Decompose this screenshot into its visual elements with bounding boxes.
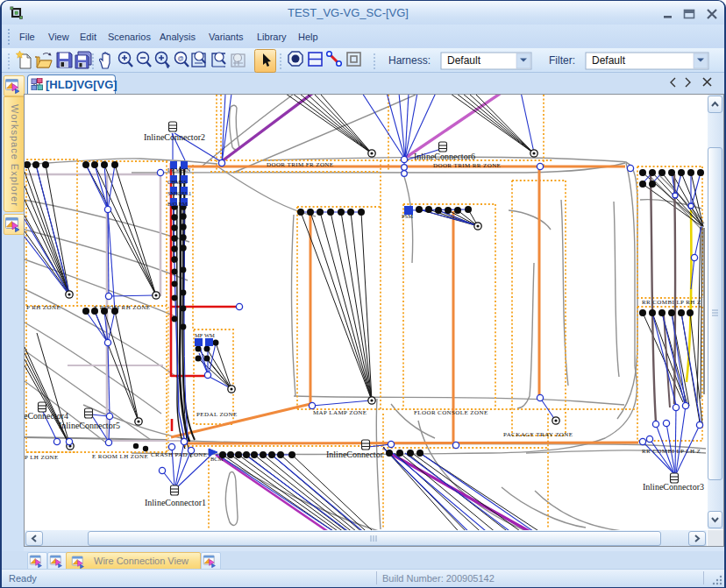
svg-text:MAP LAMP ZONE: MAP LAMP ZONE — [313, 409, 367, 416]
svg-text:PSM: PSM — [402, 213, 413, 219]
svg-text:InlineConnector5: InlineConnector5 — [59, 421, 120, 430]
svg-text:B/O RM: B/O RM — [167, 201, 188, 207]
svg-text:Default: Default — [447, 54, 481, 67]
svg-text:InlineConnector: InlineConnector — [326, 450, 384, 459]
svg-text:CHMSS: CHMSS — [167, 179, 187, 185]
svg-text:DOOR TRIM RR ZONE: DOOR TRIM RR ZONE — [433, 162, 501, 169]
svg-text:RR COMBI LP LH Z: RR COMBI LP LH Z — [642, 448, 701, 455]
svg-text:InlineConnector3: InlineConnector3 — [643, 482, 704, 492]
svg-text:FLOOR CONSOLE ZONE: FLOOR CONSOLE ZONE — [414, 409, 488, 416]
svg-text:P RH ZONE: P RH ZONE — [26, 304, 60, 311]
svg-text:E ROOM LH ZONE: E ROOM LH ZONE — [92, 453, 148, 460]
svg-text:E ROOM RH ZONE: E ROOM RH ZONE — [94, 304, 151, 311]
svg-text:PACKAGE TRAY ZONE: PACKAGE TRAY ZONE — [503, 431, 573, 438]
svg-text:SMK RL1: SMK RL1 — [167, 190, 191, 196]
svg-text:@: @ — [177, 55, 183, 61]
svg-text:CRASH PAD ZONE: CRASH PAD ZONE — [151, 451, 207, 458]
svg-text:neConnector4: neConnector4 — [25, 411, 68, 421]
svg-text:DOOR TRIM FR ZONE: DOOR TRIM FR ZONE — [267, 161, 333, 168]
svg-text:InlineConnector1: InlineConnector1 — [145, 498, 206, 507]
svg-text:Default: Default — [592, 54, 626, 67]
svg-text:P LH ZONE: P LH ZONE — [25, 454, 59, 461]
svg-text:Harness:: Harness: — [388, 54, 431, 67]
svg-text:BCM: BCM — [210, 456, 224, 462]
svg-text:MF WM: MF WM — [195, 332, 215, 338]
svg-text:InlineConnector2: InlineConnector2 — [144, 132, 205, 142]
svg-text:RR COMBI LP RH Z: RR COMBI LP RH Z — [642, 299, 701, 306]
svg-text:Filter:: Filter: — [549, 54, 575, 67]
svg-text:I/P MAIN: I/P MAIN — [167, 166, 191, 173]
svg-text:PEDAL ZONE: PEDAL ZONE — [196, 411, 238, 418]
svg-text:InlineConnector6: InlineConnector6 — [414, 152, 475, 161]
